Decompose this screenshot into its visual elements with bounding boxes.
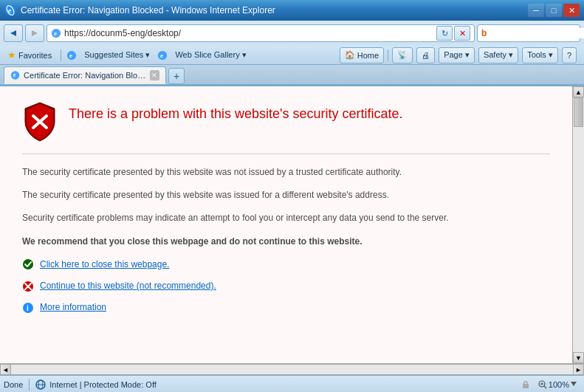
feeds-button[interactable]: 📡 [392, 47, 413, 63]
continue-website-anchor[interactable]: Continue to this website (not recommende… [40, 279, 216, 293]
home-button[interactable]: 🏠Home [340, 47, 384, 63]
internet-zone-icon [35, 379, 46, 390]
page-content: There is a problem with this website's s… [0, 86, 572, 363]
cert-title-text: There is a problem with this website's s… [69, 101, 403, 123]
toolbar-divider-1 [388, 49, 388, 61]
cert-body: The security certificate presented by th… [22, 165, 550, 314]
tab-bar: e Certificate Error: Navigation Blocked … [0, 65, 584, 86]
svg-text:e: e [160, 52, 163, 58]
shield-error-icon [22, 101, 58, 142]
forward-button[interactable] [25, 24, 44, 42]
suggested-sites-item[interactable]: Suggested Sites ▾ [80, 49, 154, 61]
address-ie-icon: e [51, 28, 61, 38]
address-actions: ↻ ✕ [436, 26, 470, 41]
window-title: Certificate Error: Navigation Blocked - … [21, 5, 523, 16]
status-text: Done [4, 380, 23, 389]
active-tab[interactable]: e Certificate Error: Navigation Blocked … [4, 66, 166, 84]
nav-bar: e ↻ ✕ b 🔍 [0, 21, 584, 46]
fav-divider [61, 49, 61, 61]
minimize-button[interactable]: ─ [528, 4, 544, 17]
web-slice-gallery-item[interactable]: Web Slice Gallery ▾ [171, 49, 250, 61]
tab-close-button[interactable]: ✕ [150, 70, 159, 80]
horizontal-scrollbar: ◄ ► [0, 363, 584, 375]
more-info-link[interactable]: i More information [22, 300, 550, 314]
safety-button[interactable]: Safety ▾ [478, 47, 518, 63]
main-area: There is a problem with this website's s… [0, 86, 584, 375]
search-input[interactable] [489, 28, 584, 38]
scroll-thumb[interactable] [574, 97, 583, 127]
continue-website-link[interactable]: Continue to this website (not recommende… [22, 279, 550, 293]
favorites-button[interactable]: ★ Favorites [4, 49, 55, 61]
svg-marker-3 [10, 30, 16, 36]
scroll-left-button[interactable]: ◄ [0, 364, 11, 375]
status-divider-1 [29, 379, 30, 391]
tab-label: Certificate Error: Navigation Blocked [24, 71, 146, 80]
ie-title-icon: e [4, 4, 16, 16]
svg-line-26 [544, 386, 546, 388]
status-right: 100% [521, 379, 580, 391]
page-button[interactable]: Page ▾ [439, 47, 475, 63]
h-scroll-track[interactable] [11, 364, 573, 375]
svg-marker-29 [571, 382, 577, 386]
bing-icon: b [481, 28, 487, 38]
scroll-down-button[interactable]: ▼ [573, 352, 584, 363]
tools-button[interactable]: Tools ▾ [522, 47, 558, 63]
close-webpage-anchor[interactable]: Click here to close this webpage. [40, 258, 169, 272]
zoom-level: 100% [549, 380, 569, 389]
zoom-control[interactable]: 100% [535, 379, 580, 391]
close-webpage-link[interactable]: Click here to close this webpage. [22, 258, 550, 272]
close-button[interactable]: ✕ [563, 4, 580, 17]
maximize-button[interactable]: □ [546, 4, 562, 17]
svg-text:e: e [13, 72, 16, 78]
svg-text:i: i [27, 304, 29, 312]
cert-para3: Security certificate problems may indica… [22, 211, 550, 225]
print-button[interactable]: 🖨 [416, 47, 435, 63]
title-bar: e Certificate Error: Navigation Blocked … [0, 0, 584, 21]
stop-button[interactable]: ✕ [454, 26, 470, 41]
toolbar-right: 🏠Home 📡 🖨 Page ▾ Safety ▾ Tools ▾ ? [340, 47, 580, 63]
content-with-scrollbar: There is a problem with this website's s… [0, 86, 584, 363]
cert-warning: We recommend that you close this webpage… [22, 235, 550, 249]
address-bar: e ↻ ✕ [47, 24, 475, 42]
favorites-bar: ★ Favorites e Suggested Sites ▾ e Web Sl… [0, 46, 584, 65]
cert-header: There is a problem with this website's s… [22, 101, 550, 154]
svg-marker-4 [32, 30, 38, 36]
new-tab-button[interactable]: + [168, 68, 185, 84]
web-slice-icon: e [157, 50, 168, 61]
scroll-up-button[interactable]: ▲ [573, 86, 584, 97]
more-info-anchor[interactable]: More information [40, 300, 106, 314]
cert-para2: The security certificate presented by th… [22, 188, 550, 202]
zone-indicator: Internet | Protected Mode: Off [35, 379, 157, 390]
title-buttons: ─ □ ✕ [528, 4, 580, 17]
address-input[interactable] [64, 28, 433, 38]
status-bar: Done Internet | Protected Mode: Off 100% [0, 375, 584, 392]
svg-text:e: e [54, 31, 57, 36]
svg-text:e: e [69, 52, 72, 58]
close-link-icon [22, 258, 34, 270]
svg-rect-24 [523, 384, 529, 388]
ie-fav-icon: e [66, 50, 77, 61]
zone-text: Internet | Protected Mode: Off [49, 380, 157, 389]
zoom-dropdown-icon [571, 382, 577, 388]
svg-text:e: e [8, 7, 12, 14]
help-button[interactable]: ? [562, 47, 577, 63]
zoom-icon [538, 380, 547, 389]
back-button[interactable] [4, 24, 23, 42]
scroll-track[interactable] [573, 97, 584, 352]
lock-icon [521, 379, 531, 390]
scroll-right-button[interactable]: ► [573, 364, 584, 375]
more-info-icon: i [22, 302, 34, 314]
browser-chrome: e ↻ ✕ b 🔍 ★ Favorites e Suggested Sites … [0, 21, 584, 86]
refresh-button[interactable]: ↻ [436, 26, 453, 41]
vertical-scrollbar: ▲ ▼ [572, 86, 584, 363]
search-box: b 🔍 [477, 24, 580, 42]
tab-ie-icon: e [10, 70, 20, 80]
cert-para1: The security certificate presented by th… [22, 165, 550, 179]
continue-link-icon [22, 281, 34, 292]
